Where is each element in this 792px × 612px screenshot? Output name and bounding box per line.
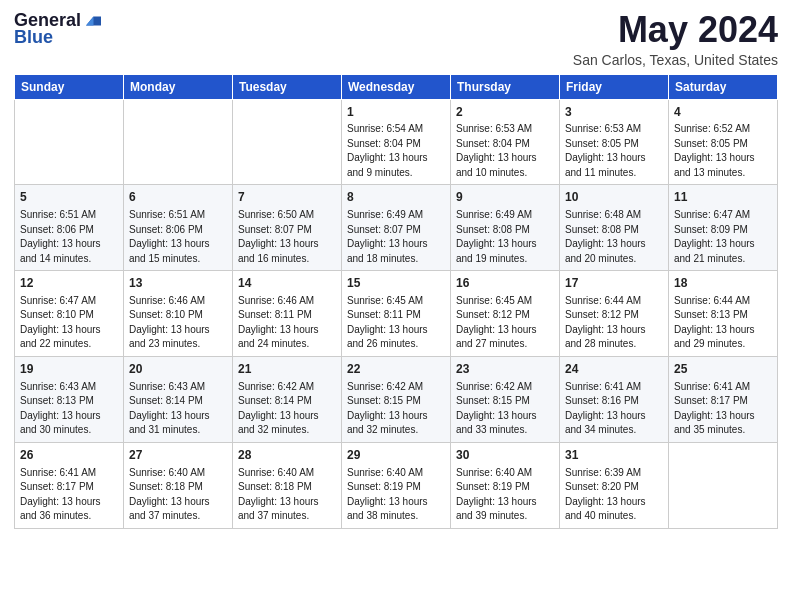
calendar-cell: 30Sunrise: 6:40 AMSunset: 8:19 PMDayligh… bbox=[451, 442, 560, 528]
calendar-cell: 26Sunrise: 6:41 AMSunset: 8:17 PMDayligh… bbox=[15, 442, 124, 528]
day-number: 25 bbox=[674, 361, 772, 378]
day-number: 6 bbox=[129, 189, 227, 206]
calendar-cell: 15Sunrise: 6:45 AMSunset: 8:11 PMDayligh… bbox=[342, 271, 451, 357]
calendar-cell bbox=[124, 99, 233, 185]
day-info: Sunrise: 6:51 AMSunset: 8:06 PMDaylight:… bbox=[20, 209, 101, 264]
day-number: 15 bbox=[347, 275, 445, 292]
day-info: Sunrise: 6:49 AMSunset: 8:08 PMDaylight:… bbox=[456, 209, 537, 264]
day-number: 11 bbox=[674, 189, 772, 206]
day-number: 29 bbox=[347, 447, 445, 464]
col-tuesday: Tuesday bbox=[233, 74, 342, 99]
col-monday: Monday bbox=[124, 74, 233, 99]
calendar-cell: 20Sunrise: 6:43 AMSunset: 8:14 PMDayligh… bbox=[124, 356, 233, 442]
calendar-cell: 7Sunrise: 6:50 AMSunset: 8:07 PMDaylight… bbox=[233, 185, 342, 271]
calendar-cell: 12Sunrise: 6:47 AMSunset: 8:10 PMDayligh… bbox=[15, 271, 124, 357]
col-saturday: Saturday bbox=[669, 74, 778, 99]
day-info: Sunrise: 6:41 AMSunset: 8:17 PMDaylight:… bbox=[674, 381, 755, 436]
day-number: 24 bbox=[565, 361, 663, 378]
day-info: Sunrise: 6:40 AMSunset: 8:19 PMDaylight:… bbox=[456, 467, 537, 522]
day-number: 23 bbox=[456, 361, 554, 378]
calendar-cell: 1Sunrise: 6:54 AMSunset: 8:04 PMDaylight… bbox=[342, 99, 451, 185]
day-number: 18 bbox=[674, 275, 772, 292]
day-info: Sunrise: 6:50 AMSunset: 8:07 PMDaylight:… bbox=[238, 209, 319, 264]
day-info: Sunrise: 6:43 AMSunset: 8:13 PMDaylight:… bbox=[20, 381, 101, 436]
col-sunday: Sunday bbox=[15, 74, 124, 99]
day-number: 14 bbox=[238, 275, 336, 292]
day-number: 2 bbox=[456, 104, 554, 121]
day-number: 3 bbox=[565, 104, 663, 121]
week-row-4: 26Sunrise: 6:41 AMSunset: 8:17 PMDayligh… bbox=[15, 442, 778, 528]
logo-icon bbox=[83, 12, 101, 30]
calendar-cell: 13Sunrise: 6:46 AMSunset: 8:10 PMDayligh… bbox=[124, 271, 233, 357]
calendar-cell: 6Sunrise: 6:51 AMSunset: 8:06 PMDaylight… bbox=[124, 185, 233, 271]
day-number: 10 bbox=[565, 189, 663, 206]
week-row-1: 5Sunrise: 6:51 AMSunset: 8:06 PMDaylight… bbox=[15, 185, 778, 271]
subtitle: San Carlos, Texas, United States bbox=[573, 52, 778, 68]
calendar-table: Sunday Monday Tuesday Wednesday Thursday… bbox=[14, 74, 778, 529]
day-info: Sunrise: 6:49 AMSunset: 8:07 PMDaylight:… bbox=[347, 209, 428, 264]
calendar-cell: 24Sunrise: 6:41 AMSunset: 8:16 PMDayligh… bbox=[560, 356, 669, 442]
calendar-cell bbox=[669, 442, 778, 528]
calendar-cell: 17Sunrise: 6:44 AMSunset: 8:12 PMDayligh… bbox=[560, 271, 669, 357]
calendar-cell: 4Sunrise: 6:52 AMSunset: 8:05 PMDaylight… bbox=[669, 99, 778, 185]
day-number: 12 bbox=[20, 275, 118, 292]
day-info: Sunrise: 6:40 AMSunset: 8:18 PMDaylight:… bbox=[129, 467, 210, 522]
day-info: Sunrise: 6:48 AMSunset: 8:08 PMDaylight:… bbox=[565, 209, 646, 264]
calendar-cell: 25Sunrise: 6:41 AMSunset: 8:17 PMDayligh… bbox=[669, 356, 778, 442]
calendar-cell: 8Sunrise: 6:49 AMSunset: 8:07 PMDaylight… bbox=[342, 185, 451, 271]
day-info: Sunrise: 6:40 AMSunset: 8:19 PMDaylight:… bbox=[347, 467, 428, 522]
day-info: Sunrise: 6:44 AMSunset: 8:12 PMDaylight:… bbox=[565, 295, 646, 350]
day-info: Sunrise: 6:39 AMSunset: 8:20 PMDaylight:… bbox=[565, 467, 646, 522]
day-number: 27 bbox=[129, 447, 227, 464]
calendar-cell: 27Sunrise: 6:40 AMSunset: 8:18 PMDayligh… bbox=[124, 442, 233, 528]
calendar-cell: 2Sunrise: 6:53 AMSunset: 8:04 PMDaylight… bbox=[451, 99, 560, 185]
day-number: 13 bbox=[129, 275, 227, 292]
day-info: Sunrise: 6:46 AMSunset: 8:11 PMDaylight:… bbox=[238, 295, 319, 350]
calendar-cell: 11Sunrise: 6:47 AMSunset: 8:09 PMDayligh… bbox=[669, 185, 778, 271]
title-section: May 2024 San Carlos, Texas, United State… bbox=[573, 10, 778, 68]
main-title: May 2024 bbox=[573, 10, 778, 50]
day-number: 30 bbox=[456, 447, 554, 464]
day-info: Sunrise: 6:47 AMSunset: 8:09 PMDaylight:… bbox=[674, 209, 755, 264]
day-number: 8 bbox=[347, 189, 445, 206]
day-info: Sunrise: 6:41 AMSunset: 8:16 PMDaylight:… bbox=[565, 381, 646, 436]
day-info: Sunrise: 6:53 AMSunset: 8:05 PMDaylight:… bbox=[565, 123, 646, 178]
day-info: Sunrise: 6:41 AMSunset: 8:17 PMDaylight:… bbox=[20, 467, 101, 522]
day-number: 31 bbox=[565, 447, 663, 464]
day-info: Sunrise: 6:45 AMSunset: 8:12 PMDaylight:… bbox=[456, 295, 537, 350]
calendar-cell bbox=[233, 99, 342, 185]
col-friday: Friday bbox=[560, 74, 669, 99]
logo: General Blue bbox=[14, 10, 101, 48]
day-info: Sunrise: 6:42 AMSunset: 8:15 PMDaylight:… bbox=[456, 381, 537, 436]
calendar-cell: 23Sunrise: 6:42 AMSunset: 8:15 PMDayligh… bbox=[451, 356, 560, 442]
col-thursday: Thursday bbox=[451, 74, 560, 99]
calendar-cell: 29Sunrise: 6:40 AMSunset: 8:19 PMDayligh… bbox=[342, 442, 451, 528]
calendar-cell: 16Sunrise: 6:45 AMSunset: 8:12 PMDayligh… bbox=[451, 271, 560, 357]
calendar-cell: 3Sunrise: 6:53 AMSunset: 8:05 PMDaylight… bbox=[560, 99, 669, 185]
svg-marker-1 bbox=[86, 16, 94, 25]
day-info: Sunrise: 6:53 AMSunset: 8:04 PMDaylight:… bbox=[456, 123, 537, 178]
day-number: 9 bbox=[456, 189, 554, 206]
day-info: Sunrise: 6:47 AMSunset: 8:10 PMDaylight:… bbox=[20, 295, 101, 350]
day-number: 28 bbox=[238, 447, 336, 464]
day-info: Sunrise: 6:51 AMSunset: 8:06 PMDaylight:… bbox=[129, 209, 210, 264]
day-number: 5 bbox=[20, 189, 118, 206]
col-wednesday: Wednesday bbox=[342, 74, 451, 99]
calendar-cell: 21Sunrise: 6:42 AMSunset: 8:14 PMDayligh… bbox=[233, 356, 342, 442]
calendar-cell: 18Sunrise: 6:44 AMSunset: 8:13 PMDayligh… bbox=[669, 271, 778, 357]
calendar-cell: 10Sunrise: 6:48 AMSunset: 8:08 PMDayligh… bbox=[560, 185, 669, 271]
day-info: Sunrise: 6:42 AMSunset: 8:15 PMDaylight:… bbox=[347, 381, 428, 436]
calendar-cell: 9Sunrise: 6:49 AMSunset: 8:08 PMDaylight… bbox=[451, 185, 560, 271]
day-info: Sunrise: 6:54 AMSunset: 8:04 PMDaylight:… bbox=[347, 123, 428, 178]
calendar-cell: 5Sunrise: 6:51 AMSunset: 8:06 PMDaylight… bbox=[15, 185, 124, 271]
calendar-cell: 22Sunrise: 6:42 AMSunset: 8:15 PMDayligh… bbox=[342, 356, 451, 442]
day-number: 16 bbox=[456, 275, 554, 292]
day-number: 4 bbox=[674, 104, 772, 121]
day-info: Sunrise: 6:45 AMSunset: 8:11 PMDaylight:… bbox=[347, 295, 428, 350]
day-number: 19 bbox=[20, 361, 118, 378]
day-number: 20 bbox=[129, 361, 227, 378]
day-number: 17 bbox=[565, 275, 663, 292]
week-row-0: 1Sunrise: 6:54 AMSunset: 8:04 PMDaylight… bbox=[15, 99, 778, 185]
day-info: Sunrise: 6:44 AMSunset: 8:13 PMDaylight:… bbox=[674, 295, 755, 350]
day-number: 1 bbox=[347, 104, 445, 121]
